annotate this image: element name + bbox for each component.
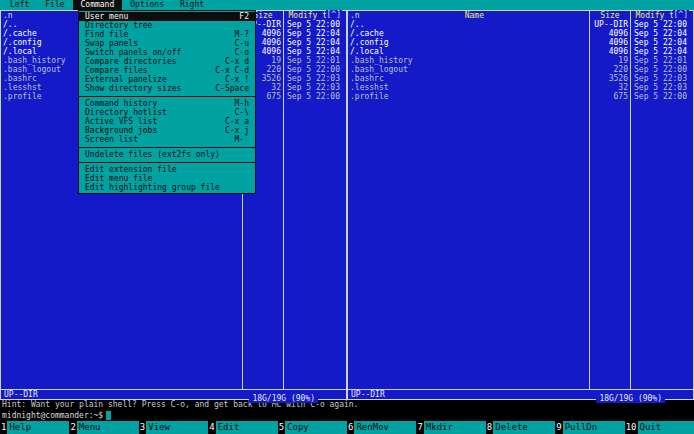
file-name: .bash_logout — [348, 65, 589, 74]
menu-bar-item[interactable]: Right — [172, 0, 212, 10]
function-key-button[interactable]: 7 Mkdir — [416, 421, 485, 434]
function-key-button[interactable]: 6 RenMov — [347, 421, 416, 434]
function-key-button[interactable]: 10 Quit — [625, 421, 694, 434]
file-name: /.local — [348, 47, 589, 56]
file-name: .lesshst — [348, 83, 589, 92]
file-size: 32 — [589, 83, 631, 92]
file-row[interactable]: .bash_history 19 Sep 5 22:01 — [348, 56, 693, 65]
file-row[interactable]: /.cache 4096 Sep 5 22:04 — [348, 29, 693, 38]
menu-item-label: Active VFS list — [85, 117, 157, 126]
file-mtime: Sep 5 22:00 — [631, 65, 693, 74]
menu-item[interactable]: Compare directories C-x d — [79, 57, 255, 66]
menu-bar-item[interactable]: Command — [73, 0, 123, 10]
file-row[interactable]: .bash_logout 220 Sep 5 22:00 — [348, 65, 693, 74]
function-key-label: RenMov — [354, 421, 416, 434]
function-key-label: Menu — [77, 421, 139, 434]
panel-history-icon[interactable]: [^] — [326, 10, 342, 19]
menu-item-shortcut: F2 — [239, 12, 249, 21]
menu-item[interactable] — [79, 144, 255, 148]
file-name: /.config — [348, 38, 589, 47]
sort-indicator[interactable]: .n — [350, 11, 360, 20]
column-header-size[interactable]: Size — [589, 11, 631, 20]
file-size: 4096 — [589, 38, 631, 47]
menu-item[interactable]: Background jobs C-x j — [79, 126, 255, 135]
function-key-button[interactable]: 8 Delete — [486, 421, 555, 434]
menu-item[interactable]: Edit extension file — [79, 165, 255, 174]
function-key-number: 10 — [625, 421, 638, 434]
panel-history-icon[interactable]: [^] — [673, 10, 689, 19]
function-key-number: 3 — [139, 421, 146, 434]
function-key-button[interactable]: 3 View — [139, 421, 208, 434]
menu-item-label: Compare directories — [85, 57, 177, 66]
file-mtime: Sep 5 22:03 — [631, 74, 693, 83]
column-header-name[interactable]: Name — [465, 11, 484, 20]
menu-bar: Left File Command Options Right — [0, 0, 694, 10]
function-key-label: PullDn — [563, 421, 625, 434]
menu-item-shortcut: C-x j — [225, 126, 249, 135]
menu-item-label: Switch panels on/off — [85, 48, 181, 57]
menu-item[interactable] — [79, 159, 255, 163]
function-key-label: Help — [7, 421, 69, 434]
menu-item[interactable]: Command history M-h — [79, 99, 255, 108]
file-mtime: Sep 5 22:03 — [284, 83, 346, 92]
file-name: /.cache — [348, 29, 589, 38]
file-row[interactable]: .lesshst 32 Sep 5 22:03 — [348, 83, 693, 92]
file-row[interactable]: /.config 4096 Sep 5 22:04 — [348, 38, 693, 47]
function-key-bar: 1 Help 2 Menu 3 View 4 Edit 5 Copy — [0, 421, 694, 434]
menu-item[interactable]: Screen list M-` — [79, 135, 255, 144]
shell-prompt: midnight@commander:~$ — [2, 411, 103, 420]
menu-bar-item[interactable]: Left — [2, 0, 37, 10]
file-name: .profile — [348, 92, 589, 101]
menu-item-shortcut: C-x a — [225, 117, 249, 126]
function-key-button[interactable]: 9 PullDn — [555, 421, 624, 434]
function-key-button[interactable]: 5 Copy — [278, 421, 347, 434]
function-key-label: Quit — [638, 421, 694, 434]
file-size: 675 — [589, 92, 631, 101]
file-mtime: Sep 5 22:00 — [284, 92, 346, 101]
function-key-button[interactable]: 1 Help — [0, 421, 69, 434]
function-key-number: 9 — [555, 421, 562, 434]
menu-item-label: Find file — [85, 30, 128, 39]
menu-item-label: External panelize — [85, 75, 167, 84]
menu-item[interactable]: Directory tree — [79, 21, 255, 30]
file-row[interactable]: /.. UP--DIR Sep 5 22:00 — [348, 20, 693, 29]
text-cursor-block — [106, 411, 111, 420]
file-size: 220 — [589, 65, 631, 74]
file-size: 3526 — [589, 74, 631, 83]
menu-item[interactable]: Show directory sizes C-Space — [79, 84, 255, 93]
disk-usage-label: 18G/19G (90%) — [249, 394, 318, 403]
file-mtime: Sep 5 22:04 — [284, 47, 346, 56]
menu-item[interactable] — [79, 93, 255, 97]
menu-item[interactable]: Compare files C-x C-d — [79, 66, 255, 75]
menu-item[interactable]: Active VFS list C-x a — [79, 117, 255, 126]
menu-item[interactable]: Switch panels on/off C-o — [79, 48, 255, 57]
function-key-number: 2 — [69, 421, 76, 434]
menu-item[interactable]: User menu F2 — [79, 12, 255, 21]
file-mtime: Sep 5 22:03 — [284, 74, 346, 83]
file-row[interactable]: .bashrc 3526 Sep 5 22:03 — [348, 74, 693, 83]
menu-item[interactable]: Directory hotlist C-\ — [79, 108, 255, 117]
midnight-commander-screen: Left File Command Options Right [^] .n N… — [0, 0, 694, 434]
disk-usage-label: 18G/19G (90%) — [596, 394, 665, 403]
menu-item-label: Edit highlighting group file — [85, 183, 220, 192]
file-mtime: Sep 5 22:03 — [631, 83, 693, 92]
sort-indicator[interactable]: .n — [3, 11, 13, 20]
menu-item[interactable]: Swap panels C-u — [79, 39, 255, 48]
menu-bar-item[interactable]: Options — [122, 0, 172, 10]
menu-item-label: Swap panels — [85, 39, 138, 48]
menu-item[interactable]: Edit menu file — [79, 174, 255, 183]
file-row[interactable]: /.local 4096 Sep 5 22:04 — [348, 47, 693, 56]
file-row[interactable]: .profile 675 Sep 5 22:00 — [348, 92, 693, 101]
menu-item[interactable]: External panelize C-x ! — [79, 75, 255, 84]
menu-bar-item[interactable]: File — [37, 0, 72, 10]
function-key-label: Delete — [493, 421, 555, 434]
function-key-label: Copy — [285, 421, 347, 434]
function-key-button[interactable]: 2 Menu — [69, 421, 138, 434]
menu-item[interactable]: Edit highlighting group file — [79, 183, 255, 192]
menu-item[interactable]: Find file M-? — [79, 30, 255, 39]
menu-item[interactable]: Undelete files (ext2fs only) — [79, 150, 255, 159]
function-key-button[interactable]: 4 Edit — [208, 421, 277, 434]
menu-item-shortcut: C-o — [235, 48, 249, 57]
command-line[interactable]: midnight@commander:~$ — [0, 410, 694, 421]
file-size: 4096 — [589, 29, 631, 38]
